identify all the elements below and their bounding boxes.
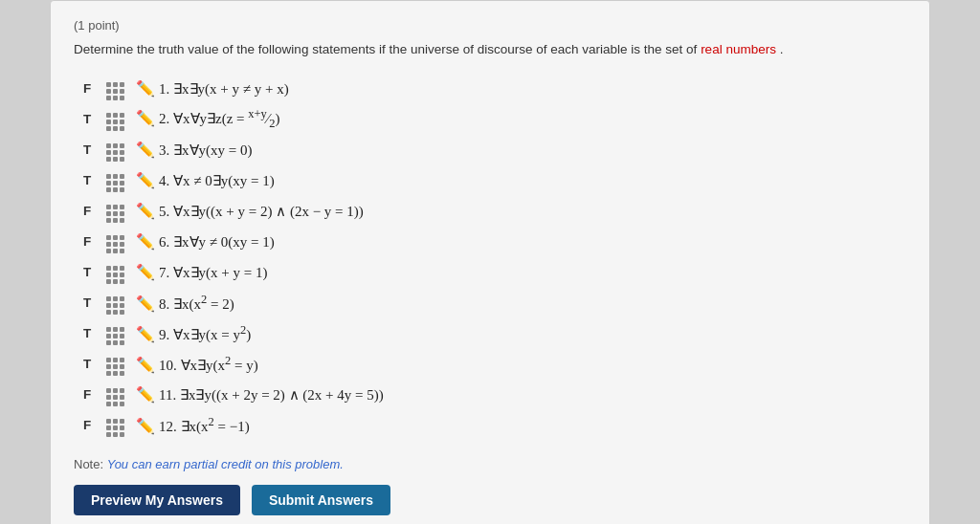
grid-icon[interactable] [106, 388, 124, 406]
table-row: T✏️3. ∃x∀y(xy = 0) [74, 134, 390, 164]
math-statement: 6. ∃x∀y ≠ 0(xy = 1) [159, 234, 275, 250]
note-prefix: Note: [74, 457, 107, 471]
math-cell: ✏️2. ∀x∀y∃z(z = x+y⁄2) [130, 103, 390, 134]
tf-value: T [74, 256, 100, 287]
math-cell: ✏️12. ∃x(x2 = −1) [130, 409, 390, 440]
tf-value: T [74, 134, 100, 164]
tf-value: T [74, 317, 100, 348]
grid-icon-cell[interactable] [100, 409, 130, 440]
grid-icon[interactable] [106, 143, 124, 162]
table-row: T✏️10. ∀x∃y(x2 = y) [74, 348, 390, 379]
math-cell: ✏️10. ∀x∃y(x2 = y) [130, 348, 390, 379]
pencil-icon[interactable]: ✏️ [136, 357, 155, 373]
table-row: F✏️1. ∃x∃y(x + y ≠ y + x) [74, 73, 390, 103]
table-row: F✏️6. ∃x∀y ≠ 0(xy = 1) [74, 226, 390, 256]
math-statement: 5. ∀x∃y((x + y = 2) ∧ (2x − y = 1)) [159, 204, 364, 219]
math-cell: ✏️6. ∃x∀y ≠ 0(xy = 1) [130, 226, 390, 256]
math-cell: ✏️7. ∀x∃y(x + y = 1) [130, 256, 390, 287]
math-cell: ✏️5. ∀x∃y((x + y = 2) ∧ (2x − y = 1)) [130, 195, 390, 226]
tf-value: F [74, 73, 100, 103]
math-statement: 1. ∃x∃y(x + y ≠ y + x) [159, 81, 289, 97]
pencil-icon[interactable]: ✏️ [136, 110, 155, 126]
math-statement: 9. ∀x∃y(x = y2) [159, 327, 251, 342]
pencil-icon[interactable]: ✏️ [136, 386, 155, 403]
grid-icon-cell[interactable] [100, 317, 130, 348]
question-text: Determine the truth value of the followi… [74, 40, 906, 59]
pencil-icon[interactable]: ✏️ [136, 203, 155, 219]
grid-icon-cell[interactable] [100, 226, 130, 256]
math-cell: ✏️11. ∃x∃y((x + 2y = 2) ∧ (2x + 4y = 5)) [130, 379, 390, 409]
grid-icon[interactable] [106, 419, 124, 437]
tf-value: T [74, 164, 100, 195]
math-cell: ✏️4. ∀x ≠ 0∃y(xy = 1) [130, 164, 390, 195]
grid-icon-cell[interactable] [100, 195, 130, 226]
tf-value: T [74, 103, 100, 134]
grid-icon-cell[interactable] [100, 379, 130, 409]
tf-value: F [74, 195, 100, 226]
grid-icon-cell[interactable] [100, 287, 130, 317]
grid-icon[interactable] [106, 266, 124, 284]
pencil-icon[interactable]: ✏️ [136, 295, 155, 312]
grid-icon[interactable] [106, 82, 124, 100]
grid-icon[interactable] [106, 113, 124, 131]
action-buttons: Preview My Answers Submit Answers [74, 485, 906, 515]
pencil-icon[interactable]: ✏️ [136, 233, 155, 250]
math-statement: 2. ∀x∀y∃z(z = x+y⁄2) [159, 111, 280, 126]
math-statement: 10. ∀x∃y(x2 = y) [159, 358, 258, 373]
math-statement: 7. ∀x∃y(x + y = 1) [159, 265, 267, 280]
grid-icon-cell[interactable] [100, 164, 130, 195]
note-body: You can earn partial credit on this prob… [107, 457, 344, 471]
grid-icon[interactable] [106, 327, 124, 345]
table-row: T✏️7. ∀x∃y(x + y = 1) [74, 256, 390, 287]
pencil-icon[interactable]: ✏️ [136, 172, 155, 188]
math-cell: ✏️9. ∀x∃y(x = y2) [130, 317, 390, 348]
table-row: F✏️12. ∃x(x2 = −1) [74, 409, 390, 440]
grid-icon-cell[interactable] [100, 73, 130, 103]
note-section: Note: You can earn partial credit on thi… [74, 457, 906, 471]
table-row: F✏️11. ∃x∃y((x + 2y = 2) ∧ (2x + 4y = 5)… [74, 379, 390, 409]
table-row: T✏️9. ∀x∃y(x = y2) [74, 317, 390, 348]
math-cell: ✏️1. ∃x∃y(x + y ≠ y + x) [130, 73, 390, 103]
question-text-highlight: real numbers [701, 42, 776, 56]
submit-button[interactable]: Submit Answers [252, 485, 390, 515]
grid-icon-cell[interactable] [100, 134, 130, 164]
math-cell: ✏️8. ∃x(x2 = 2) [130, 287, 390, 317]
grid-icon[interactable] [106, 296, 124, 315]
question-text-prefix: Determine the truth value of the followi… [74, 42, 697, 56]
preview-button[interactable]: Preview My Answers [74, 485, 240, 515]
table-row: T✏️8. ∃x(x2 = 2) [74, 287, 390, 317]
grid-icon[interactable] [106, 174, 124, 192]
table-row: T✏️2. ∀x∀y∃z(z = x+y⁄2) [74, 103, 390, 134]
table-row: F✏️5. ∀x∃y((x + y = 2) ∧ (2x − y = 1)) [74, 195, 390, 226]
tf-value: F [74, 226, 100, 256]
tf-value: F [74, 379, 100, 409]
math-statement: 4. ∀x ≠ 0∃y(xy = 1) [159, 173, 275, 188]
pencil-icon[interactable]: ✏️ [136, 264, 155, 280]
grid-icon[interactable] [106, 205, 124, 223]
tf-value: F [74, 409, 100, 440]
grid-icon-cell[interactable] [100, 256, 130, 287]
table-row: T✏️4. ∀x ≠ 0∃y(xy = 1) [74, 164, 390, 195]
point-label: (1 point) [74, 18, 906, 33]
pencil-icon[interactable]: ✏️ [136, 80, 155, 97]
math-statement: 3. ∃x∀y(xy = 0) [159, 142, 252, 158]
question-text-suffix: . [780, 42, 784, 56]
tf-value: T [74, 287, 100, 317]
math-statement: 8. ∃x(x2 = 2) [159, 296, 234, 312]
tf-value: T [74, 348, 100, 379]
math-statement: 11. ∃x∃y((x + 2y = 2) ∧ (2x + 4y = 5)) [159, 387, 384, 403]
grid-icon[interactable] [106, 235, 124, 253]
pencil-icon[interactable]: ✏️ [136, 142, 155, 158]
statements-table: F✏️1. ∃x∃y(x + y ≠ y + x)T✏️2. ∀x∀y∃z(z … [74, 73, 390, 440]
math-cell: ✏️3. ∃x∀y(xy = 0) [130, 134, 390, 164]
grid-icon-cell[interactable] [100, 103, 130, 134]
grid-icon-cell[interactable] [100, 348, 130, 379]
grid-icon[interactable] [106, 358, 124, 376]
question-card: (1 point) Determine the truth value of t… [50, 0, 930, 524]
math-statement: 12. ∃x(x2 = −1) [159, 419, 250, 434]
pencil-icon[interactable]: ✏️ [136, 326, 155, 342]
pencil-icon[interactable]: ✏️ [136, 418, 155, 434]
